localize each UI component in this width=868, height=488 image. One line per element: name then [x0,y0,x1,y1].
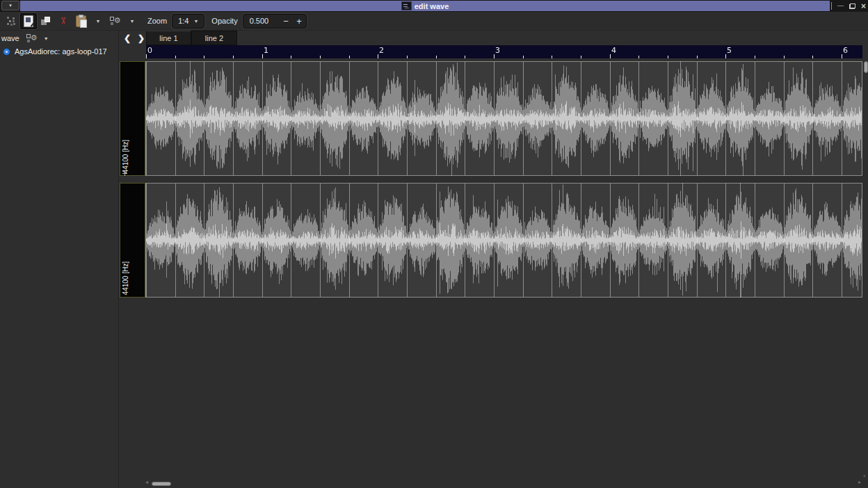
move-cursor-icon [122,171,127,176]
tab-line-1[interactable]: line 1 [146,31,191,45]
position-tool-button[interactable] [3,13,19,29]
h-scrollbar-left-arrow[interactable]: ◂ [145,480,148,485]
radio-selected-icon[interactable] [3,48,10,56]
sidebar-divider [118,31,119,488]
wave-selector: wave ⚙ ▼ [1,32,49,44]
channel-1-header: 44100 [Hz] [120,183,145,298]
chevron-down-icon[interactable]: ▼ [44,36,49,41]
waveform-canvas-1[interactable] [145,183,862,298]
edit-wave-window: ▾ edit wave — × ✂ ▼ [0,0,868,488]
opacity-decrement-button[interactable]: − [280,16,293,26]
paste-button[interactable] [72,13,89,29]
channel-0-rate-label: 44100 [Hz] [122,140,129,173]
channel-0-header: 44100 [Hz] [120,61,145,176]
window-menu-button[interactable]: ▾ [1,1,19,10]
zoom-select[interactable]: 1:4 ▼ [172,14,204,29]
titlebar: ▾ edit wave — × [0,0,868,12]
opacity-value[interactable]: 0.500 [243,17,280,25]
cut-button[interactable]: ✂ [55,13,72,29]
copy-icon [40,16,51,26]
chevron-down-icon: ▼ [193,19,198,24]
toolbar: ✂ ▼ ⚙ ▼ Zoom 1:4 ▼ Opacity 0.500 − + [0,12,868,31]
tool-dropdown-button[interactable]: ▼ [127,13,138,29]
tool-menu-button[interactable]: ⚙ [106,13,123,29]
channel-1-rate-label: 44100 [Hz] [122,261,129,295]
sidebar-item-label: AgsAudiorec: ags-loop-017 [15,47,107,56]
position-icon [6,16,17,26]
close-button[interactable]: × [861,2,866,10]
minimize-button[interactable]: — [837,3,844,9]
tab-back-button[interactable]: ❮ [121,32,134,44]
chevron-down-icon: ▼ [96,19,101,24]
opacity-label: Opacity [211,17,237,25]
maximize-button[interactable] [849,3,855,9]
machine-gear-icon[interactable]: ⚙ [26,33,38,43]
tab-line-2[interactable]: line 2 [191,31,237,45]
opacity-increment-button[interactable]: + [293,16,306,26]
h-scrollbar-right-arrow[interactable]: ▸ [858,480,861,485]
sidebar-item-audiorec[interactable]: AgsAudiorec: ags-loop-017 [3,47,107,56]
titlebar-fill[interactable]: edit wave [20,1,830,11]
edit-tool-button[interactable] [20,13,37,29]
paste-dropdown-button[interactable]: ▼ [93,13,104,29]
timeline-ruler [146,45,862,58]
h-scrollbar-thumb[interactable] [152,482,171,486]
chevron-down-icon: ▾ [9,3,12,8]
scissors-icon: ✂ [58,17,68,25]
titlebar-separator [831,2,832,10]
waveform-canvas-0[interactable] [145,61,862,176]
chevron-down-icon: ▼ [130,19,135,24]
v-scrollbar-down-arrow[interactable]: ▾ [863,473,866,479]
machine-gear-icon: ⚙ [109,16,121,26]
zoom-value: 1:4 [178,17,188,25]
window-title: edit wave [415,2,449,10]
opacity-spinbox: 0.500 − + [243,14,307,29]
paste-clipboard-icon [76,15,86,27]
app-icon [401,1,412,10]
copy-button[interactable] [38,13,54,29]
window-controls: — × [831,0,866,12]
tab-label: line 1 [159,34,177,42]
wave-label: wave [1,34,19,42]
zoom-label: Zoom [147,17,167,25]
edit-pencil-icon [24,15,33,27]
v-scrollbar-thumb[interactable] [864,61,868,73]
tab-label: line 2 [205,34,223,42]
